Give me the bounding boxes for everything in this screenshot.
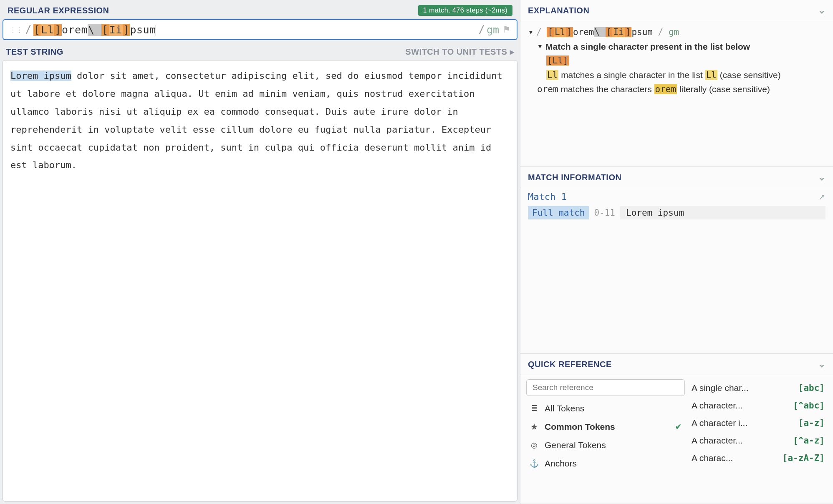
test-header: TEST STRING SWITCH TO UNIT TESTS ▸ <box>3 47 517 58</box>
full-match-row: Full match 0-11 Lorem ipsum <box>528 206 825 219</box>
explanation-line-ll: Ll matches a single character in the lis… <box>546 68 825 83</box>
test-string-content[interactable]: Lorem ipsum dolor sit amet, consectetur … <box>10 67 510 174</box>
category-icon: ◎ <box>530 441 539 450</box>
chevron-right-icon: ▸ <box>510 47 515 56</box>
match-info-panel: MATCH INFORMATION ⌄ Match 1 ↗ Full match… <box>520 167 833 354</box>
chevron-down-icon[interactable]: ⌄ <box>818 5 826 16</box>
quick-ref-token: [a-z] <box>798 418 825 428</box>
category-label: All Tokens <box>545 403 584 413</box>
quick-ref-token: [a-zA-Z] <box>783 453 825 463</box>
quick-ref-item[interactable]: A charac...[a-zA-Z] <box>689 449 827 467</box>
test-title: TEST STRING <box>6 47 63 57</box>
full-match-text: Lorem ipsum <box>620 206 825 219</box>
quick-ref-token: [^a-z] <box>793 436 825 446</box>
drag-handle-icon[interactable]: ⋮⋮ <box>9 25 23 34</box>
quick-reference-panel: QUICK REFERENCE ⌄ ≣All Tokens★Common Tok… <box>520 354 833 504</box>
regex-title: REGULAR EXPRESSION <box>8 6 109 15</box>
quick-ref-body: ≣All Tokens★Common Tokens✔◎General Token… <box>520 375 833 504</box>
match-info-header[interactable]: MATCH INFORMATION ⌄ <box>520 167 833 188</box>
quick-ref-categories: ≣All Tokens★Common Tokens✔◎General Token… <box>526 379 685 504</box>
app-root: REGULAR EXPRESSION 1 match, 476 steps (~… <box>0 0 833 504</box>
explanation-header[interactable]: EXPLANATION ⌄ <box>520 0 833 21</box>
explanation-child: ▼ Match a single character present in th… <box>537 40 825 97</box>
explanation-node-token: [Ll] <box>546 55 569 66</box>
category-icon: ⚓ <box>530 459 539 468</box>
quick-ref-item[interactable]: A character...[^abc] <box>689 397 827 414</box>
category-icon: ≣ <box>530 404 539 413</box>
caret-down-icon[interactable]: ▼ <box>528 28 535 37</box>
quick-ref-category[interactable]: ★Common Tokens✔ <box>526 418 685 436</box>
explanation-node-token-row: [Ll] <box>546 53 825 68</box>
match-label[interactable]: Match 1 <box>528 192 567 202</box>
check-icon: ✔ <box>675 422 682 431</box>
explanation-root-regex: / [Ll]orem\ [Ii]psum / gm <box>536 25 679 40</box>
quick-ref-desc: A character i... <box>692 418 747 428</box>
explanation-node-title: Match a single character present in the … <box>545 40 750 54</box>
quick-ref-item[interactable]: A character i...[a-z] <box>689 414 827 432</box>
regex-input[interactable]: ⋮⋮ / [Ll]orem\ [Ii]psum / gm ⚑ <box>3 19 517 40</box>
quick-ref-item[interactable]: A character...[^a-z] <box>689 432 827 449</box>
quick-ref-items: A single char...[abc]A character...[^abc… <box>689 379 827 504</box>
regex-flags[interactable]: gm <box>487 24 499 36</box>
category-icon: ★ <box>530 422 539 431</box>
match-info-title: MATCH INFORMATION <box>528 173 621 182</box>
full-match-range: 0-11 <box>589 206 620 219</box>
switch-unit-tests-button[interactable]: SWITCH TO UNIT TESTS ▸ <box>405 47 514 57</box>
match-info-body: Match 1 ↗ Full match 0-11 Lorem ipsum <box>520 188 833 236</box>
test-string-input[interactable]: Lorem ipsum dolor sit amet, consectetur … <box>3 60 517 501</box>
left-column: REGULAR EXPRESSION 1 match, 476 steps (~… <box>0 0 520 504</box>
explanation-node-header[interactable]: ▼ Match a single character present in th… <box>537 40 825 54</box>
quick-ref-title: QUICK REFERENCE <box>528 360 612 369</box>
quick-ref-desc: A character... <box>692 436 743 446</box>
export-icon[interactable]: ↗ <box>818 192 825 202</box>
regex-close-delimiter: / <box>478 23 485 36</box>
category-label: Common Tokens <box>545 422 615 432</box>
match-highlight: Lorem ipsum <box>10 71 71 81</box>
quick-ref-category[interactable]: ≣All Tokens <box>526 399 685 418</box>
quick-ref-category[interactable]: ◎General Tokens <box>526 436 685 454</box>
quick-ref-token: [abc] <box>798 383 825 393</box>
explanation-panel: EXPLANATION ⌄ ▼ / [Ll]orem\ [Ii]psum / g… <box>520 0 833 167</box>
flag-icon[interactable]: ⚑ <box>502 24 511 35</box>
category-label: General Tokens <box>545 440 606 450</box>
regex-open-delimiter: / <box>25 23 32 36</box>
explanation-title: EXPLANATION <box>528 6 589 15</box>
regex-header: REGULAR EXPRESSION 1 match, 476 steps (~… <box>3 3 517 18</box>
match-label-row: Match 1 ↗ <box>528 192 825 202</box>
chevron-down-icon[interactable]: ⌄ <box>818 172 826 183</box>
caret-down-icon[interactable]: ▼ <box>537 42 544 51</box>
explanation-line-orem: orem matches the characters orem literal… <box>537 82 825 97</box>
category-label: Anchors <box>545 459 577 469</box>
quick-ref-header[interactable]: QUICK REFERENCE ⌄ <box>520 354 833 375</box>
explanation-root-row[interactable]: ▼ / [Ll]orem\ [Ii]psum / gm <box>528 25 825 40</box>
match-count-badge[interactable]: 1 match, 476 steps (~2ms) <box>418 5 512 16</box>
search-input[interactable] <box>526 379 685 396</box>
explanation-body: ▼ / [Ll]orem\ [Ii]psum / gm ▼ Match a si… <box>520 21 833 101</box>
test-rest: dolor sit amet, consectetur adipiscing e… <box>10 71 508 170</box>
quick-ref-token: [^abc] <box>793 401 825 411</box>
quick-ref-desc: A character... <box>692 401 743 411</box>
quick-ref-desc: A single char... <box>692 383 749 393</box>
full-match-badge: Full match <box>528 206 589 219</box>
quick-ref-desc: A charac... <box>692 453 733 463</box>
chevron-down-icon[interactable]: ⌄ <box>818 359 826 370</box>
right-column: EXPLANATION ⌄ ▼ / [Ll]orem\ [Ii]psum / g… <box>520 0 833 504</box>
regex-content[interactable]: [Ll]orem\ [Ii]psum <box>32 24 479 36</box>
quick-ref-category[interactable]: ⚓Anchors <box>526 454 685 473</box>
quick-ref-item[interactable]: A single char...[abc] <box>689 379 827 397</box>
